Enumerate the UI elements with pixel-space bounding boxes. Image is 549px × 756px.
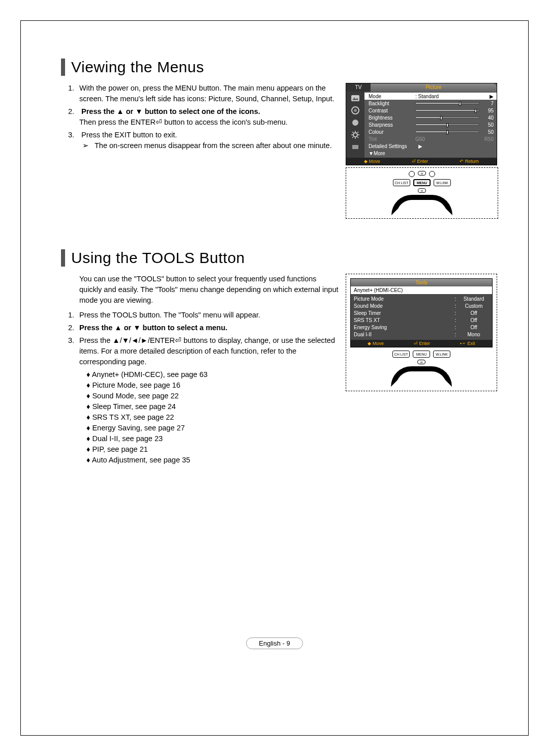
arrow-right-icon: ▶ — [415, 143, 422, 149]
osd1-tv-label: TV — [346, 83, 371, 92]
page-footer: English - 9 — [0, 637, 549, 649]
heading-viewing-menus: Viewing the Menus — [61, 59, 498, 76]
osd1-row-value: 7 — [481, 101, 494, 106]
osd1-row: TintG50R50 — [369, 135, 494, 142]
osd1-row-value: : Standard — [415, 94, 484, 99]
section2-text: You can use the "TOOLS" button to select… — [61, 274, 339, 466]
osd1-row-label: Colour — [369, 129, 413, 135]
section1-graphics: TV Picture Mode: Standard▶Backlight7Cont… — [346, 83, 498, 219]
page-ref-item: Anynet+ (HDMI-CEC), see page 63 — [86, 369, 339, 380]
arrow-right-icon: ▶ — [486, 94, 494, 99]
svg-point-5 — [353, 133, 357, 137]
slider-track — [415, 102, 479, 104]
osd1-row-value: 50 — [481, 122, 494, 128]
osd1-row-label: Sharpness — [369, 122, 413, 128]
s1-step3-note: The on-screen menus disappear from the s… — [79, 140, 339, 151]
osd2-title: Tools — [351, 279, 492, 286]
section2-graphics: Tools Anynet+ (HDMI-CEC) Picture Mode:St… — [346, 274, 498, 391]
svg-rect-0 — [351, 95, 359, 101]
remote-dpad[interactable]: TOOLS RETURN — [391, 195, 452, 215]
osd1-rows: Mode: Standard▶Backlight7Contrast95Brigh… — [364, 92, 497, 158]
osd2-row: Sound Mode:Custom — [354, 302, 489, 309]
osd1-header: Picture — [371, 83, 497, 92]
channel-icon — [350, 118, 360, 128]
osd2-row: Sleep Timer:Off — [354, 309, 489, 316]
osd2-row: SRS TS XT:Off — [354, 316, 489, 324]
s2-intro: You can use the "TOOLS" button to select… — [79, 274, 339, 306]
osd1-row: Sharpness50 — [369, 121, 494, 128]
osd2-row-label: Dual I-II — [354, 332, 452, 337]
page-content: Viewing the Menus With the power on, pre… — [0, 0, 549, 466]
osd1-row-label: Contrast — [369, 108, 413, 113]
osd2-row-label: SRS TS XT — [354, 317, 452, 323]
osd1-row-label: Tint — [369, 136, 413, 142]
osd2-row-value: Standard — [459, 296, 489, 302]
remote-diagram-1: ⊟ CH LIST MENU W.LINK ⊟ TOOLS RETURN — [346, 167, 498, 219]
s1-step3: Press the EXIT button to exit. The on-sc… — [79, 130, 339, 151]
osd1-footer: ◆ Move ⏎ Enter ↶ Return — [346, 158, 497, 165]
remote-menu-button[interactable]: MENU — [413, 179, 431, 186]
osd2-row: Picture Mode:Standard — [354, 295, 489, 302]
osd2-row-value: Custom — [459, 303, 489, 309]
s2-step3: Press the ▲/▼/◄/►/ENTER⏎ buttons to disp… — [79, 335, 339, 367]
osd-picture-menu: TV Picture Mode: Standard▶Backlight7Cont… — [346, 83, 497, 165]
osd1-row-label: Brightness — [369, 115, 413, 121]
osd2-rows: Picture Mode:StandardSound Mode:CustomSl… — [351, 294, 492, 340]
osd2-row: Dual I-II:Mono — [354, 331, 489, 338]
heading-tools-button: Using the TOOLS Button — [61, 249, 498, 267]
osd1-row-label: Detailed Settings — [369, 143, 413, 149]
osd-tools-menu: Tools Anynet+ (HDMI-CEC) Picture Mode:St… — [350, 278, 493, 347]
osd1-row-label: Backlight — [369, 101, 413, 106]
osd2-row-value: Off — [459, 325, 489, 330]
osd2-row-value: Mono — [459, 332, 489, 337]
section-tools-button: Using the TOOLS Button You can use the "… — [61, 249, 498, 466]
s2-step1: Press the TOOLS button. The "Tools" menu… — [79, 310, 339, 321]
page-ref-item: Dual I-II, see page 23 — [86, 433, 339, 444]
remote-hdmi-pill: ⊟ — [418, 171, 426, 176]
section-viewing-menus: Viewing the Menus With the power on, pre… — [61, 59, 498, 219]
s1-step2: Press the ▲ or ▼ button to select one of… — [79, 106, 339, 128]
remote-dpad[interactable]: TOOLS RETURN — [391, 366, 452, 387]
osd2-footer: ◆ Move ⏎ Enter ▪⫟ Exit — [351, 340, 492, 347]
s2-page-refs: Anynet+ (HDMI-CEC), see page 63Picture M… — [61, 369, 339, 466]
osd1-row-value: 50 — [481, 129, 494, 135]
osd2-row-label: Picture Mode — [354, 296, 452, 302]
osd1-row-label: ▼More — [369, 151, 413, 156]
remote-small-pill: ⊟ — [418, 188, 426, 193]
page-ref-item: Sleep Timer, see page 24 — [86, 401, 339, 412]
remote-wlink-button[interactable]: W.LINK — [434, 179, 451, 186]
remote-dot — [409, 171, 415, 177]
osd1-row: Contrast95 — [369, 107, 494, 114]
page-ref-item: Sound Mode, see page 22 — [86, 391, 339, 401]
osd1-row-label: Mode — [369, 94, 413, 99]
page-ref-item: SRS TS XT, see page 22 — [86, 412, 339, 423]
setup-icon — [350, 130, 360, 140]
slider-track — [415, 117, 479, 119]
svg-rect-6 — [352, 145, 358, 149]
remote-small-pill: ⊟ — [417, 360, 425, 364]
osd2-row-label: Sleep Timer — [354, 310, 452, 316]
slider-track — [415, 109, 479, 111]
remote-wlink-button[interactable]: W.LINK — [433, 351, 450, 358]
osd1-row: Brightness40 — [369, 114, 494, 121]
osd1-row: ▼More — [369, 150, 494, 157]
osd1-row: Detailed Settings▶ — [369, 142, 494, 150]
remote-menu-button[interactable]: MENU — [413, 351, 430, 358]
picture-icon — [350, 93, 360, 103]
remote-chlist-button[interactable]: CH LIST — [392, 351, 410, 358]
osd1-row: Mode: Standard▶ — [364, 93, 497, 100]
osd2-row-value: Off — [459, 317, 489, 323]
svg-point-3 — [354, 109, 357, 112]
remote-chlist-button[interactable]: CH LIST — [393, 179, 410, 186]
page-ref-item: Picture Mode, see page 16 — [86, 380, 339, 391]
osd2-row-label: Sound Mode — [354, 303, 452, 309]
remote-diagram-2: CH LIST MENU W.LINK ⊟ TOOLS RETURN — [350, 351, 493, 387]
page-ref-item: PIP, see page 21 — [86, 444, 339, 455]
osd2-selected-row: Anynet+ (HDMI-CEC) — [351, 286, 492, 294]
osd2-row-label: Energy Saving — [354, 325, 452, 330]
page-number: English - 9 — [246, 637, 302, 649]
section1-text: With the power on, press the MENU button… — [61, 83, 339, 153]
osd1-row-value: 95 — [481, 108, 494, 113]
osd1-row: Colour50 — [369, 128, 494, 135]
osd-tools-wrap: Tools Anynet+ (HDMI-CEC) Picture Mode:St… — [346, 274, 497, 391]
